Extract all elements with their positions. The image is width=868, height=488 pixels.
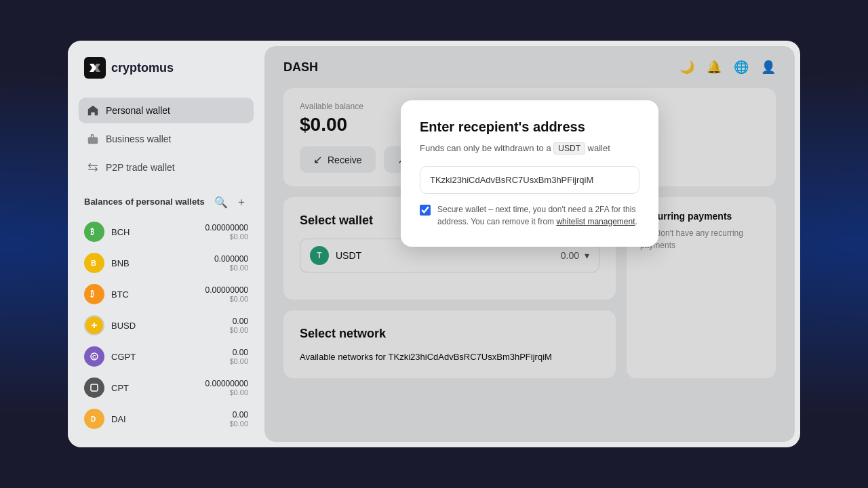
wallet-item-bch[interactable]: ₿ BCH 0.00000000 $0.00 xyxy=(79,216,254,247)
dai-balance: 0.00 $0.00 xyxy=(229,410,248,428)
modal-overlay: Enter recepient's address Funds can only… xyxy=(264,46,795,442)
wallet-item-bnb[interactable]: B BNB 0.000000 $0.00 xyxy=(79,247,254,279)
cgpt-icon: C xyxy=(84,346,104,367)
busd-balance: 0.00 $0.00 xyxy=(229,317,248,334)
sidebar-item-label: P2P trade wallet xyxy=(106,162,175,173)
btc-icon: ₿ xyxy=(84,284,104,304)
sidebar: cryptomus Personal wallet Business walle… xyxy=(68,41,264,447)
wallet-item-dai[interactable]: D DAI 0.00 $0.00 xyxy=(79,403,254,434)
svg-text:C: C xyxy=(92,354,96,360)
svg-rect-1 xyxy=(88,137,98,144)
home-icon xyxy=(87,104,99,117)
bnb-balance: 0.000000 $0.00 xyxy=(214,254,248,272)
bnb-label: BNB xyxy=(111,258,208,268)
app-container: cryptomus Personal wallet Business walle… xyxy=(68,41,800,447)
secure-wallet-checkbox[interactable] xyxy=(420,205,431,216)
cgpt-balance: 0.00 $0.00 xyxy=(229,348,248,365)
logo-text: cryptomus xyxy=(111,61,174,75)
btc-label: BTC xyxy=(111,289,199,300)
svg-text:D: D xyxy=(91,415,96,423)
bch-balance: 0.00000000 $0.00 xyxy=(205,223,248,241)
bnb-icon: B xyxy=(84,253,104,273)
sidebar-section-header: Balances of personal wallets 🔍 ＋ xyxy=(79,183,254,216)
bch-icon: ₿ xyxy=(84,222,104,242)
cpt-icon xyxy=(84,378,104,398)
wallet-item-cgpt[interactable]: C CGPT 0.00 $0.00 xyxy=(79,341,254,372)
logo-icon xyxy=(84,57,106,79)
modal-description: Funds can only be withdrawn to a USDT wa… xyxy=(420,142,639,155)
svg-text:₿: ₿ xyxy=(90,290,94,298)
sidebar-item-business-wallet[interactable]: Business wallet xyxy=(79,126,254,152)
wallet-item-cpt[interactable]: CPT 0.00000000 $0.00 xyxy=(79,372,254,403)
cgpt-label: CGPT xyxy=(111,352,222,362)
sidebar-item-label: Personal wallet xyxy=(106,105,170,116)
main-content: DASH 🌙 🔔 🌐 👤 Available balance $0.00 ↙ R… xyxy=(264,46,795,442)
btc-balance: 0.00000000 $0.00 xyxy=(205,285,248,303)
logo-area: cryptomus xyxy=(79,57,254,79)
svg-rect-9 xyxy=(91,384,98,391)
section-title: Balances of personal wallets xyxy=(84,197,205,208)
busd-icon xyxy=(84,315,104,336)
usdt-badge: USDT xyxy=(553,142,585,155)
recipient-address-input[interactable] xyxy=(420,166,639,194)
dai-label: DAI xyxy=(111,414,222,424)
wallet-list: ₿ BCH 0.00000000 $0.00 B BNB 0.000000 $0… xyxy=(79,216,254,434)
search-wallets-button[interactable]: 🔍 xyxy=(213,194,229,211)
recipient-address-modal: Enter recepient's address Funds can only… xyxy=(401,100,658,247)
sidebar-item-p2p-trade[interactable]: P2P trade wallet xyxy=(79,155,254,180)
modal-title: Enter recepient's address xyxy=(420,119,639,135)
wallet-item-busd[interactable]: BUSD 0.00 $0.00 xyxy=(79,310,254,341)
cpt-balance: 0.00000000 $0.00 xyxy=(205,379,248,396)
secure-wallet-text: Secure wallet – next time, you don't nee… xyxy=(437,203,639,228)
sidebar-item-label: Business wallet xyxy=(106,134,172,144)
whitelist-management-link[interactable]: whitelist management xyxy=(556,217,635,226)
transfer-icon xyxy=(87,161,99,174)
cpt-label: CPT xyxy=(111,383,199,393)
sidebar-actions: 🔍 ＋ xyxy=(213,194,248,211)
dai-icon: D xyxy=(84,409,104,429)
wallet-item-btc[interactable]: ₿ BTC 0.00000000 $0.00 xyxy=(79,279,254,310)
sidebar-item-personal-wallet[interactable]: Personal wallet xyxy=(79,98,254,123)
busd-label: BUSD xyxy=(111,321,222,331)
svg-text:B: B xyxy=(91,259,96,267)
bch-label: BCH xyxy=(111,227,199,237)
svg-text:₿: ₿ xyxy=(90,228,94,236)
briefcase-icon xyxy=(87,133,99,145)
secure-wallet-row: Secure wallet – next time, you don't nee… xyxy=(420,203,639,228)
add-wallet-button[interactable]: ＋ xyxy=(235,194,248,211)
